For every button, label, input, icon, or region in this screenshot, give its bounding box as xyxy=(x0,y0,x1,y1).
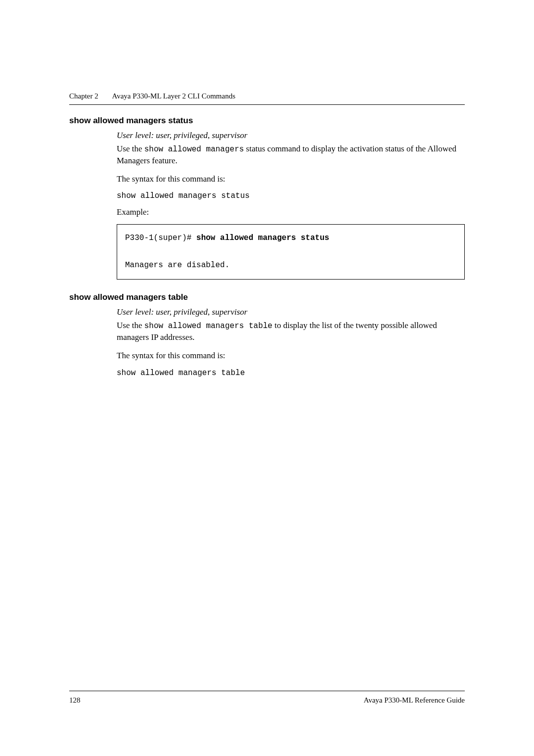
section2-description: Use the show allowed managers table to d… xyxy=(117,320,465,343)
section2-desc-pre: Use the xyxy=(117,321,144,330)
section2-desc-cmd: show allowed managers table xyxy=(144,322,272,331)
section1-desc-pre: Use the xyxy=(117,144,144,153)
footer-rule xyxy=(69,691,465,691)
section1-description: Use the show allowed managers status com… xyxy=(117,143,465,167)
running-header: Chapter 2 Avaya P330-ML Layer 2 CLI Comm… xyxy=(69,92,465,100)
section2-user-level: User level: user, privileged, supervisor xyxy=(117,307,465,317)
header-title: Avaya P330-ML Layer 2 CLI Commands xyxy=(112,92,235,100)
example-blank-line xyxy=(125,245,456,259)
section1-syntax-cmd: show allowed managers status xyxy=(117,191,465,200)
section1-syntax-intro: The syntax for this command is: xyxy=(117,174,465,185)
section1-user-level: User level: user, privileged, supervisor xyxy=(117,131,465,141)
page-content: Chapter 2 Avaya P330-ML Layer 2 CLI Comm… xyxy=(0,0,534,378)
footer-guide-title: Avaya P330-ML Reference Guide xyxy=(363,696,465,705)
page-number: 128 xyxy=(69,696,81,705)
section2-syntax-cmd: show allowed managers table xyxy=(117,369,465,378)
example-output: Managers are disabled. xyxy=(125,259,456,272)
header-chapter: Chapter 2 xyxy=(69,92,98,100)
section1-heading: show allowed managers status xyxy=(69,116,465,126)
section2-syntax-intro: The syntax for this command is: xyxy=(117,350,465,362)
section1-example-label: Example: xyxy=(117,207,465,217)
section2-heading: show allowed managers table xyxy=(69,292,465,302)
page-footer: 128 Avaya P330-ML Reference Guide xyxy=(69,691,465,705)
section1-desc-cmd: show allowed managers xyxy=(144,145,244,154)
example-input-line: P330-1(super)# show allowed managers sta… xyxy=(125,232,456,245)
header-rule xyxy=(69,104,465,105)
example-prompt: P330-1(super)# xyxy=(125,234,196,242)
section2-content: User level: user, privileged, supervisor… xyxy=(117,307,465,377)
section1-content: User level: user, privileged, supervisor… xyxy=(117,131,465,280)
example-command-bold: show allowed managers status xyxy=(196,234,329,242)
section1-example-box: P330-1(super)# show allowed managers sta… xyxy=(117,224,465,280)
footer-row: 128 Avaya P330-ML Reference Guide xyxy=(69,696,465,705)
